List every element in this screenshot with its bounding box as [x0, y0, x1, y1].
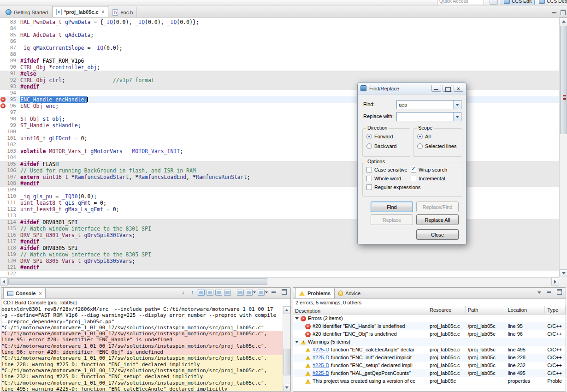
code-line[interactable]: 111uint_least8_t gLs_qFmt = 0; — [0, 200, 559, 206]
find-button[interactable]: Find — [371, 202, 413, 212]
scroll-down-icon[interactable] — [560, 269, 567, 277]
error-marker-icon[interactable]: × — [0, 97, 6, 102]
show-console-on-output-icon[interactable] — [198, 290, 205, 296]
code-line[interactable]: 117#endif — [0, 238, 559, 245]
maximize-problems-icon[interactable] — [556, 288, 562, 294]
open-perspective-icon[interactable] — [490, 0, 498, 5]
problems-group-row[interactable]: !Warnings (5 items) — [293, 338, 566, 346]
scroll-left-icon[interactable] — [0, 278, 8, 285]
console-output[interactable]: oostxldrv8301_revB/f28x/f2806xM/src --in… — [1, 306, 283, 391]
horizontal-scrollbar[interactable] — [0, 277, 559, 285]
horizontal-scroll-thumb[interactable] — [8, 278, 267, 285]
console-line[interactable]: "C:/ti/motorware/motorware_1_01_00_17/sw… — [1, 325, 283, 331]
close-console-tab-icon[interactable]: × — [39, 291, 41, 296]
code-line[interactable]: 104 — [0, 154, 559, 161]
column-path[interactable]: Path — [466, 306, 506, 314]
code-line[interactable]: 113 — [0, 213, 559, 219]
code-line[interactable]: 114#ifdef DRV8301_SPI — [0, 219, 559, 226]
console-scrollbar[interactable] — [283, 306, 290, 391]
console-line[interactable]: "C:/ti/motorware/motorware_1_01_00_17/sw… — [1, 368, 283, 374]
pin-console-icon[interactable] — [237, 290, 244, 296]
dialog-title-bar[interactable]: Find/Replace × — [358, 83, 466, 95]
radio-all[interactable]: All — [417, 134, 431, 139]
scroll-lock-icon[interactable] — [224, 290, 231, 296]
clear-console-icon[interactable] — [215, 290, 222, 296]
console-line[interactable]: "C:/ti/motorware/motorware_1_01_00_17/sw… — [1, 331, 283, 337]
scroll-up-icon[interactable] — [283, 306, 290, 314]
console-scroll-thumb[interactable] — [284, 349, 290, 375]
code-line[interactable]: 85HAL_AdcData_t gAdcData; — [0, 32, 559, 38]
console-line[interactable]: "C:/ti/motorware/motorware_1_01_00_17/sw… — [1, 380, 283, 386]
code-line[interactable]: 101uint16_t gLEDcnt = 0; — [0, 135, 559, 142]
show-console-on-error-icon[interactable] — [207, 290, 213, 296]
code-line[interactable]: ×95ENC_Handle encHandle; — [0, 96, 559, 103]
code-line[interactable]: 115// Watch window interface to the 8301… — [0, 226, 559, 232]
column-type[interactable]: Type — [545, 306, 566, 314]
code-line[interactable]: 94 — [0, 90, 559, 96]
combo-dropdown-icon[interactable] — [453, 101, 461, 109]
vertical-scrollbar[interactable] — [559, 18, 567, 277]
column-description[interactable]: Description — [293, 306, 427, 314]
dialog-maximize-icon[interactable] — [443, 85, 452, 92]
code-line[interactable]: 98ST_Obj st_obj; — [0, 116, 559, 122]
problem-row[interactable]: ×#20 identifier "ENC_Handle" is undefine… — [293, 322, 566, 330]
checkbox-wrap-search[interactable]: Wrap search — [411, 167, 447, 172]
tab-getting-started[interactable]: Getting Started — [1, 7, 52, 17]
problem-row[interactable]: !This project was created using a versio… — [293, 377, 566, 385]
tab-problems[interactable]: Problems — [295, 288, 335, 298]
overview-error-mark[interactable] — [563, 95, 566, 96]
column-resource[interactable]: Resource — [427, 306, 466, 314]
code-line[interactable]: 103volatile MOTOR_Vars_t gMotorVars = MO… — [0, 148, 559, 154]
code-line[interactable]: 92CTRL_Obj ctrl; //v1p7 format — [0, 77, 559, 83]
overview-error-mark[interactable] — [563, 98, 566, 100]
problem-id-link[interactable]: #225-D — [313, 354, 329, 362]
scroll-down-icon[interactable] — [283, 384, 290, 392]
code-line[interactable]: 110_iq gLs_pu = _IQ30(0.0); — [0, 193, 559, 200]
previous-marker-icon[interactable]: ↑ — [189, 289, 196, 296]
code-editor[interactable]: 83HAL_PwmData_t gPwmData = {_IQ(0.0), _I… — [0, 18, 559, 277]
problem-row[interactable]: !#225-D function "ENC_init" declared imp… — [293, 354, 566, 362]
code-line[interactable]: 116DRV_SPI_8301_Vars_t gDrvSpi8301Vars; — [0, 232, 559, 238]
console-line[interactable]: -g --define=FAST_ROM_V1p6 --diag_warning… — [1, 312, 283, 318]
code-line[interactable]: ×96ENC_Obj enc; — [0, 103, 559, 109]
minimize-problems-icon[interactable] — [546, 288, 552, 294]
code-line[interactable]: 118#ifdef DRV8305_SPI — [0, 245, 559, 251]
console-line[interactable]: --preproc_dependency="proj_lab05c.pp" — [1, 319, 283, 325]
code-line[interactable]: 86 — [0, 38, 559, 45]
perspective-ccs-debug[interactable]: CCS Deb — [536, 0, 567, 6]
quick-access-input[interactable]: Quick Access — [437, 0, 484, 5]
code-line[interactable]: 99ST_Handle stHandle; — [0, 122, 559, 129]
scroll-right-icon[interactable] — [551, 278, 559, 285]
vertical-scroll-thumb[interactable] — [560, 26, 567, 134]
problem-id-link[interactable]: #225-D — [313, 369, 329, 377]
code-line[interactable]: 120DRV_SPI_8305_Vars_t gDrvSpi8305Vars; — [0, 258, 559, 264]
console-line[interactable]: line 495: warning #225-D: function "ENC_… — [1, 386, 283, 391]
maximize-console-icon[interactable] — [281, 288, 287, 294]
find-input[interactable]: qep — [396, 100, 461, 109]
code-line[interactable]: 109 — [0, 187, 559, 193]
checkbox-whole-word[interactable]: Whole word — [366, 176, 401, 181]
console-line[interactable]: oostxldrv8301_revB/f28x/f2806xM/src --in… — [1, 306, 283, 312]
tab-advice[interactable]: Advice — [335, 288, 364, 298]
code-line[interactable]: 97 — [0, 109, 559, 116]
display-selected-console-icon[interactable] — [246, 290, 256, 296]
console-line[interactable]: "C:/ti/motorware/motorware_1_01_00_17/sw… — [1, 355, 283, 361]
code-line[interactable]: 119// Watch window interface to the 8305… — [0, 251, 559, 258]
code-line[interactable]: 89#ifdef FAST_ROM_V1p6 — [0, 58, 559, 64]
problem-row[interactable]: !#225-D function "HAL_getQepPosnCounts"p… — [293, 369, 566, 377]
problem-row[interactable]: !#225-D function "ENC_setup" declared im… — [293, 362, 566, 369]
problem-id-link[interactable]: #225-D — [313, 346, 329, 354]
console-line[interactable]: line 95: error #20: identifier "ENC_Hand… — [1, 337, 283, 343]
tab-console[interactable]: Console × — [3, 288, 46, 298]
open-console-icon[interactable] — [258, 290, 268, 296]
checkbox-case-sensitive[interactable]: Case sensitive — [366, 167, 408, 172]
code-line[interactable]: 93#endif — [0, 83, 559, 90]
console-line[interactable]: line 232: warning #225-D: function "ENC_… — [1, 374, 283, 380]
minimize-editor-icon[interactable] — [552, 9, 557, 14]
maximize-editor-icon[interactable] — [560, 9, 566, 14]
code-line[interactable]: 112uint_least8_t gMax_Ls_qFmt = 0; — [0, 206, 559, 213]
replace-all-button[interactable]: Replace All — [416, 214, 459, 225]
close-tab-icon[interactable]: × — [102, 9, 105, 14]
checkbox-incremental[interactable]: Incremental — [411, 176, 445, 181]
radio-forward[interactable]: Forward — [366, 134, 393, 139]
